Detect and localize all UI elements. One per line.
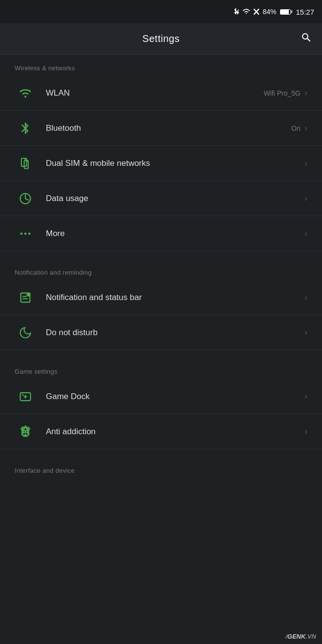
settings-item-wlan[interactable]: WLAN Wifi Pro_5G › <box>0 76 322 111</box>
more-chevron: › <box>304 228 307 239</box>
bluetooth-status-icon <box>233 8 240 16</box>
svg-point-5 <box>24 232 27 235</box>
dual-sim-chevron: › <box>304 158 307 168</box>
bluetooth-value: On <box>291 124 301 132</box>
svg-rect-14 <box>22 394 24 395</box>
settings-item-dual-sim[interactable]: Dual SIM & mobile networks › <box>0 146 322 181</box>
wlan-chevron: › <box>304 88 307 98</box>
dual-sim-label: Dual SIM & mobile networks <box>46 159 301 168</box>
clock: 15:27 <box>296 8 314 16</box>
settings-item-more[interactable]: More › <box>0 216 322 251</box>
wlan-value: Wifi Pro_5G <box>264 89 301 97</box>
game-dock-chevron: › <box>304 391 307 402</box>
bluetooth-icon <box>15 118 36 139</box>
app-header: Settings <box>0 23 322 55</box>
dual-sim-icon <box>15 153 36 174</box>
settings-item-dnd[interactable]: Do not disturb › <box>0 315 322 350</box>
game-dock-icon <box>15 386 36 407</box>
notification-bar-label: Notification and status bar <box>46 293 301 302</box>
bluetooth-chevron: › <box>304 123 307 133</box>
section-header-interface: Interface and device <box>0 457 322 478</box>
dnd-icon <box>15 322 36 343</box>
data-usage-icon <box>15 188 36 209</box>
more-icon <box>15 223 36 244</box>
notification-bar-icon <box>15 287 36 308</box>
dnd-chevron: › <box>304 327 307 338</box>
wifi-status-icon <box>242 8 250 15</box>
notification-bar-chevron: › <box>304 292 307 302</box>
settings-item-bluetooth[interactable]: Bluetooth On › <box>0 111 322 146</box>
anti-addiction-icon <box>15 421 36 443</box>
section-header-notification: Notification and reminding <box>0 259 322 280</box>
settings-item-data-usage[interactable]: Data usage › <box>0 181 322 216</box>
settings-item-anti-addiction[interactable]: Anti addiction › <box>0 414 322 449</box>
watermark: /GENK.VN <box>285 633 316 640</box>
svg-point-0 <box>24 96 26 98</box>
anti-addiction-chevron: › <box>304 426 307 437</box>
battery-percent: 84% <box>262 8 276 16</box>
wlan-icon <box>15 82 36 104</box>
svg-point-8 <box>26 293 30 296</box>
settings-content: Wireless & networks WLAN Wifi Pro_5G › B… <box>0 55 322 478</box>
status-icons: 84% 15:27 <box>233 8 314 16</box>
signal-x-icon <box>253 8 260 15</box>
watermark-suffix: .VN <box>305 633 316 640</box>
section-gap-3 <box>0 449 322 457</box>
page-title: Settings <box>142 33 180 44</box>
data-usage-label: Data usage <box>46 194 301 203</box>
data-usage-chevron: › <box>304 193 307 203</box>
section-gap-1 <box>0 251 322 259</box>
game-dock-label: Game Dock <box>46 392 301 402</box>
svg-point-6 <box>28 232 31 235</box>
settings-item-notification-bar[interactable]: Notification and status bar › <box>0 280 322 315</box>
bluetooth-label: Bluetooth <box>46 123 291 133</box>
search-button[interactable] <box>301 32 312 46</box>
section-gap-2 <box>0 350 322 358</box>
more-label: More <box>46 229 301 239</box>
battery-icon <box>280 9 291 15</box>
anti-addiction-label: Anti addiction <box>46 427 301 437</box>
watermark-brand: GENK <box>287 633 306 640</box>
section-header-game: Game settings <box>0 358 322 379</box>
wlan-label: WLAN <box>46 88 264 98</box>
status-bar: 84% 15:27 <box>0 0 322 23</box>
dnd-label: Do not disturb <box>46 328 301 338</box>
section-header-wireless: Wireless & networks <box>0 55 322 76</box>
svg-point-4 <box>20 232 23 235</box>
settings-item-game-dock[interactable]: Game Dock › <box>0 379 322 414</box>
